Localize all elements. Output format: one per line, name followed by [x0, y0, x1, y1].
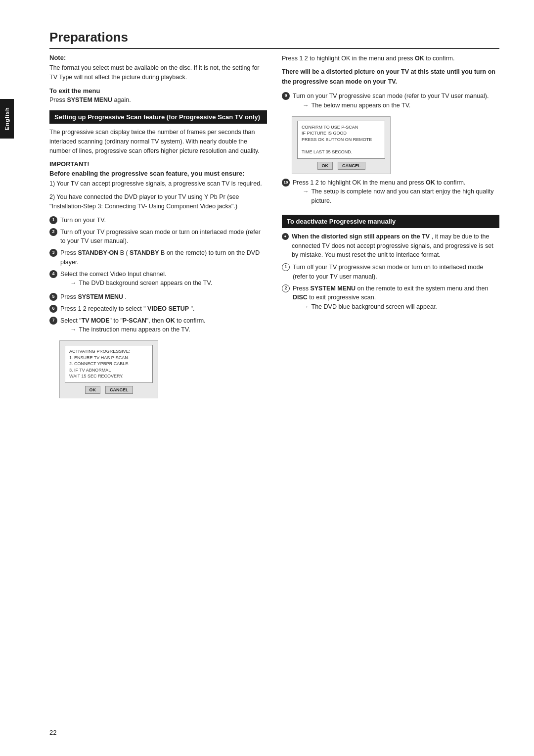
step-4-arrow: → The DVD background screen appears on t… — [70, 279, 212, 288]
note-right-press: Press 1 2 to highlight OK in the menu an… — [282, 55, 415, 62]
step-2: 2 Turn off your TV progressive scan mode… — [49, 228, 267, 246]
screen-2-line-5: TIME LAST 05 SECOND. — [302, 149, 381, 155]
screen-2-cancel-btn[interactable]: CANCEL — [338, 162, 365, 170]
step-6-end: ". — [191, 305, 195, 312]
step-5-dot: . — [125, 293, 127, 300]
page: English 22 Preparations Note: The format… — [0, 0, 534, 756]
exit-press: Press — [49, 96, 67, 103]
step-10-text: Press 1 2 to highlight OK in the menu an… — [293, 178, 499, 188]
note-section: Note: The format you select must be avai… — [49, 54, 267, 82]
deactivate-bullet-text: When the distorted sign still appears on… — [292, 232, 499, 260]
deactivate-step-2-text: Press SYSTEM MENU on the remote to exit … — [293, 284, 499, 303]
screen-1-line-1: ACTIVATING PROGRESSIVE: — [69, 348, 148, 355]
arrow-icon-9: → — [303, 101, 309, 110]
step-3: 3 Press STANDBY·ON B ( STANDBY B on the … — [49, 248, 267, 267]
step-10-confirm: to confirm. — [437, 179, 465, 186]
deactivate-step-2-middle: on the remote to exit the system menu an… — [357, 285, 489, 292]
deactivate-bullet-step: ● When the distorted sign still appears … — [282, 232, 499, 260]
screen-1-line-3: 2. CONNECT YPBPR CABLE. — [69, 361, 148, 367]
screen-1-cancel-btn[interactable]: CANCEL — [105, 386, 133, 394]
step-9-content: Turn on your TV progressive scan mode (r… — [293, 92, 489, 112]
step-5-press: Press — [60, 293, 78, 300]
exit-again: again. — [114, 96, 131, 103]
step-6-video-setup: VIDEO SETUP — [147, 305, 189, 312]
step-2-num: 2 — [49, 228, 57, 236]
step-6-text: Press 1 2 repeatedly to select " VIDEO S… — [60, 304, 195, 314]
note-text: The format you select must be available … — [49, 63, 267, 82]
step-3-standby: STANDBY — [130, 249, 159, 256]
right-column: Press 1 2 to highlight OK in the menu an… — [282, 54, 499, 402]
deactivate-step-2-disc: DISC — [293, 294, 308, 301]
step-10-content: Press 1 2 to highlight OK in the menu an… — [293, 178, 499, 208]
step-4-num: 4 — [49, 270, 57, 278]
step-4-content: Select the correct Video Input channel. … — [60, 270, 212, 290]
note-label: Note: — [49, 54, 267, 61]
step-5-text: Press SYSTEM MENU . — [60, 292, 127, 302]
deactivate-step-2-content: Press SYSTEM MENU on the remote to exit … — [293, 284, 499, 314]
step-9-arrow: → The below menu appears on the TV. — [303, 101, 489, 110]
deactivate-when-bold: When the distorted sign still appears on… — [292, 233, 430, 240]
deactivate-step-2-system-menu: SYSTEM MENU — [310, 285, 356, 292]
step-4: 4 Select the correct Video Input channel… — [49, 270, 267, 290]
deactivate-step-1-num: 1 — [282, 263, 290, 271]
page-title: Preparations — [49, 30, 499, 49]
deactivate-step-1: 1 Turn off your TV progressive scan mode… — [282, 263, 499, 282]
screen-1-line-4: 3. IF TV ABNORMAL — [69, 367, 148, 374]
arrow-icon-4: → — [70, 279, 77, 288]
screen-2-buttons: OK CANCEL — [297, 162, 385, 170]
important-section: IMPORTANT! Before enabling the progressi… — [49, 160, 267, 212]
exit-menu-label: To exit the menu — [49, 87, 267, 94]
page-number: 22 — [49, 729, 56, 736]
step-10-num: 10 — [282, 179, 290, 187]
deactivate-step-2-num: 2 — [282, 284, 290, 292]
step-5-system-menu: SYSTEM MENU — [78, 293, 123, 300]
important-item-2: 2) You have connected the DVD player to … — [49, 192, 267, 212]
step-1-text: Turn on your TV. — [60, 216, 106, 225]
screen-1-buttons: OK CANCEL — [65, 386, 153, 394]
step-1: 1 Turn on your TV. — [49, 216, 267, 225]
deactivate-step-2-press: Press — [293, 285, 310, 292]
sidebar-language-tab: English — [0, 99, 14, 139]
step-7: 7 Select "TV MODE" to "P-SCAN", then OK … — [49, 316, 267, 337]
progressive-description: The progressive scan display twice the n… — [49, 128, 267, 156]
arrow-icon-10: → — [303, 187, 309, 196]
step-3-b1: B ( — [120, 249, 128, 256]
step-3-standby-on: STANDBY·ON — [78, 249, 118, 256]
screen-2-line-4 — [302, 142, 381, 149]
step-5-num: 5 — [49, 293, 57, 301]
step-4-text: Select the correct Video Input channel. — [60, 270, 212, 279]
step-7-ok: OK — [166, 317, 175, 324]
screen-1-inner: ACTIVATING PROGRESSIVE: 1. ENSURE TV HAS… — [65, 345, 153, 383]
important-item-1: 1) Your TV can accept progressive signal… — [49, 179, 267, 189]
step-4-arrow-text: The DVD background screen appears on the… — [79, 279, 213, 288]
note-text-content: The format you select must be available … — [49, 64, 260, 81]
steps-1-7: 1 Turn on your TV. 2 Turn off your TV pr… — [49, 216, 267, 336]
screen-2-text: CONFIRM TO USE P-SCAN IF PICTURE IS GOOD… — [302, 124, 381, 155]
step-9: 9 Turn on your TV progressive scan mode … — [282, 92, 499, 112]
deactivate-step-2-arrow: → The DVD blue background screen will ap… — [303, 302, 499, 312]
step-3-text: Press STANDBY·ON B ( STANDBY B on the re… — [60, 248, 267, 267]
screen-1-line-5: WAIT 15 SEC RECOVERY. — [69, 373, 148, 379]
note-right-text: Press 1 2 to highlight OK in the menu an… — [282, 54, 499, 63]
screen-1-text: ACTIVATING PROGRESSIVE: 1. ENSURE TV HAS… — [69, 348, 148, 379]
step-7-content: Select "TV MODE" to "P-SCAN", then OK to… — [60, 316, 206, 337]
step-9-num: 9 — [282, 92, 290, 100]
screen-2-inner: CONFIRM TO USE P-SCAN IF PICTURE IS GOOD… — [297, 121, 385, 159]
deactivate-step-1-text: Turn off your TV progressive scan mode o… — [293, 263, 499, 282]
two-column-layout: Note: The format you select must be avai… — [49, 54, 499, 402]
deactivate-step-2-arrow-text: The DVD blue background screen will appe… — [312, 302, 437, 312]
arrow-icon-deactivate-2: → — [303, 302, 309, 312]
screen-1-ok-btn[interactable]: OK — [85, 386, 101, 394]
screen-2-ok-btn[interactable]: OK — [317, 162, 333, 170]
deactivate-step-2-suffix: to exit progressive scan. — [309, 294, 376, 301]
step-1-num: 1 — [49, 216, 57, 224]
left-column: Note: The format you select must be avai… — [49, 54, 267, 402]
exit-menu-section: To exit the menu Press SYSTEM MENU again… — [49, 87, 267, 103]
step-7-text: Select "TV MODE" to "P-SCAN", then OK to… — [60, 316, 206, 326]
step-9-text: Turn on your TV progressive scan mode (r… — [293, 92, 489, 101]
arrow-icon-7: → — [70, 325, 77, 334]
screen-2-line-1: CONFIRM TO USE P-SCAN — [302, 124, 381, 131]
screen-1: ACTIVATING PROGRESSIVE: 1. ENSURE TV HAS… — [59, 340, 158, 398]
exit-system-menu: SYSTEM MENU — [67, 96, 112, 103]
step-7-tv-mode: TV MODE — [82, 317, 110, 324]
